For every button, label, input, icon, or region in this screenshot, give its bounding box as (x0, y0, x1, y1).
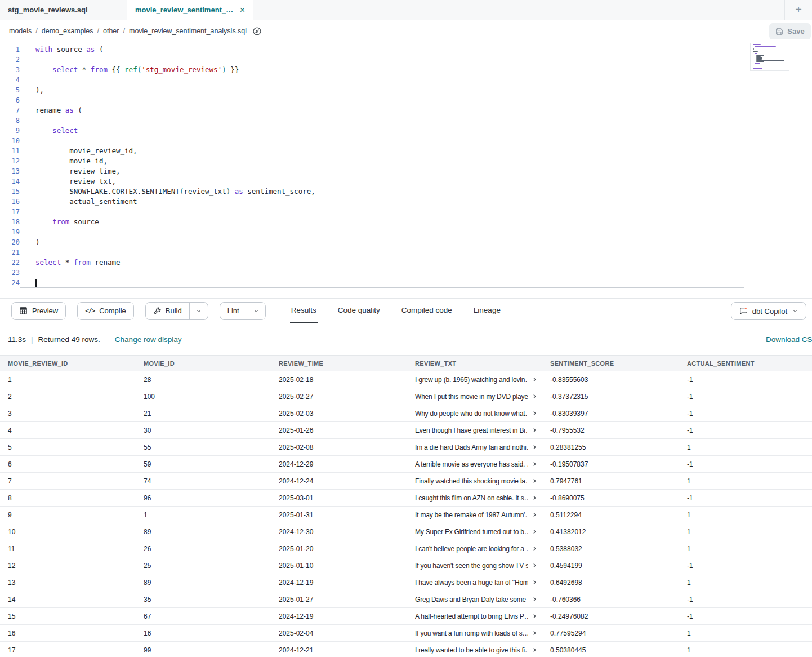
tab-label: Code quality (338, 306, 380, 314)
cell-movie-review-id: 11 (0, 545, 136, 553)
cell-review-time: 2025-02-27 (271, 393, 407, 401)
expand-review-icon[interactable] (532, 393, 538, 399)
compile-button[interactable]: </> Compile (77, 302, 134, 320)
code-line[interactable]: 16 actual_sentiment (0, 197, 812, 207)
cell-sentiment-score: 0.41382012 (542, 528, 679, 536)
download-csv-link[interactable]: Download CSV (766, 335, 812, 344)
code-line[interactable]: 21 (0, 247, 812, 258)
expand-review-icon[interactable] (532, 545, 538, 552)
code-line[interactable]: 18 from source (0, 217, 812, 227)
lint-dropdown[interactable] (247, 303, 265, 319)
expand-review-icon[interactable] (532, 478, 538, 484)
results-toolbar: Preview </> Compile Build Lint (0, 299, 812, 323)
tab-lineage[interactable]: Lineage (472, 299, 502, 323)
line-number: 4 (0, 75, 20, 85)
line-number: 14 (0, 176, 20, 187)
code-line[interactable]: 3 select * from {{ ref('stg_movie_review… (0, 65, 812, 75)
col-movie-review-id: MOVIE_REVIEW_ID (0, 360, 136, 367)
change-row-display-link[interactable]: Change row display (115, 335, 182, 344)
cell-movie-review-id: 7 (0, 477, 136, 485)
expand-review-icon[interactable] (532, 512, 538, 518)
table-row: 3 21 2025-02-03 Why do people who do not… (0, 405, 812, 422)
code-line[interactable]: 9 select (0, 126, 812, 136)
tab-results[interactable]: Results (290, 299, 318, 323)
review-text: A terrible movie as everyone has said. … (415, 460, 528, 468)
cell-movie-id: 26 (136, 545, 271, 553)
cell-sentiment-score: 0.5388032 (542, 545, 679, 553)
results-table: MOVIE_REVIEW_ID MOVIE_ID REVIEW_TIME REV… (0, 355, 812, 657)
code-line[interactable]: 7rename as ( (0, 105, 812, 116)
dbt-copilot-button[interactable]: dbt Copilot (731, 303, 806, 319)
code-line[interactable]: 5), (0, 85, 812, 95)
line-number: 18 (0, 217, 20, 227)
lint-button[interactable]: Lint (220, 303, 247, 319)
build-button[interactable]: Build (146, 303, 189, 319)
review-text: If you want a fun romp with loads of s… (415, 629, 528, 637)
code-line[interactable]: 1with source as ( (0, 45, 812, 55)
editor-actions: Preview </> Compile Build Lint (0, 299, 274, 323)
cell-review-txt: If you want a fun romp with loads of s… (407, 629, 542, 637)
compass-icon[interactable] (252, 26, 262, 36)
preview-button[interactable]: Preview (11, 302, 66, 320)
code-line[interactable]: 22select * from rename (0, 258, 812, 268)
cell-movie-id: 28 (136, 376, 271, 384)
code-line[interactable]: 24 (0, 278, 812, 288)
code-line[interactable]: 14 review_txt, (0, 176, 812, 187)
line-number: 24 (0, 278, 20, 288)
code-line[interactable]: 11 movie_review_id, (0, 146, 812, 156)
review-text: A half-hearted attempt to bring Elvis P… (415, 612, 528, 620)
review-text: I caught this film on AZN on cable. It s… (415, 494, 528, 502)
table-icon (19, 307, 28, 315)
tab-movie-review-sentiment[interactable]: movie_review_sentiment_… × (127, 0, 253, 20)
tab-compiled-code[interactable]: Compiled code (400, 299, 453, 323)
code-editor[interactable]: 1with source as (23 select * from {{ ref… (0, 42, 812, 299)
code-line[interactable]: 6 (0, 95, 812, 105)
cell-movie-id: 55 (136, 443, 271, 451)
review-text: It may be the remake of 1987 Autumn'… (415, 511, 528, 519)
tab-stg-movie-reviews[interactable]: stg_movie_reviews.sql (0, 0, 127, 20)
cell-movie-review-id: 14 (0, 596, 136, 603)
code-line[interactable]: 17 (0, 207, 812, 217)
build-dropdown[interactable] (189, 303, 208, 319)
table-row: 2 100 2025-02-27 When I put this movie i… (0, 388, 812, 405)
expand-review-icon[interactable] (532, 444, 538, 450)
cell-review-txt: Why do people who do not know what… (407, 410, 542, 418)
table-row: 17 99 2024-12-21 I really wanted to be a… (0, 642, 812, 657)
code-line[interactable]: 8 (0, 116, 812, 126)
expand-review-icon[interactable] (532, 376, 538, 383)
expand-review-icon[interactable] (532, 495, 538, 501)
code-icon: </> (85, 307, 95, 314)
new-tab-button[interactable]: + (784, 0, 812, 20)
expand-review-icon[interactable] (532, 562, 538, 569)
line-number: 11 (0, 146, 20, 156)
minimap[interactable] (750, 43, 789, 71)
code-line[interactable]: 23 (0, 268, 812, 278)
table-body: 1 28 2025-02-18 I grew up (b. 1965) watc… (0, 371, 812, 657)
code-line[interactable]: 2 (0, 55, 812, 65)
review-text: Greg Davis and Bryan Daly take some … (415, 596, 528, 603)
close-tab-icon[interactable]: × (240, 6, 245, 15)
expand-review-icon[interactable] (532, 427, 538, 433)
expand-review-icon[interactable] (532, 410, 538, 416)
code-line[interactable]: 4 (0, 75, 812, 85)
code-line[interactable]: 12 movie_id, (0, 156, 812, 166)
code-line[interactable]: 20) (0, 237, 812, 247)
expand-review-icon[interactable] (532, 613, 538, 619)
code-line[interactable]: 13 review_time, (0, 166, 812, 176)
save-button[interactable]: Save (769, 23, 811, 39)
tab-label: movie_review_sentiment_… (135, 6, 233, 14)
code-line[interactable]: 19 (0, 227, 812, 237)
expand-review-icon[interactable] (532, 647, 538, 653)
copilot-split-button: dbt Copilot (731, 302, 806, 320)
tab-code-quality[interactable]: Code quality (337, 299, 381, 323)
expand-review-icon[interactable] (532, 461, 538, 467)
code-line[interactable]: 10 (0, 136, 812, 146)
expand-review-icon[interactable] (532, 579, 538, 585)
expand-review-icon[interactable] (532, 630, 538, 636)
code-line[interactable]: 15 SNOWFLAKE.CORTEX.SENTIMENT(review_txt… (0, 187, 812, 197)
cell-movie-review-id: 1 (0, 376, 136, 384)
cell-movie-id: 16 (136, 629, 271, 637)
expand-review-icon[interactable] (532, 596, 538, 602)
expand-review-icon[interactable] (532, 529, 538, 535)
table-row: 7 74 2024-12-24 Finally watched this sho… (0, 473, 812, 490)
